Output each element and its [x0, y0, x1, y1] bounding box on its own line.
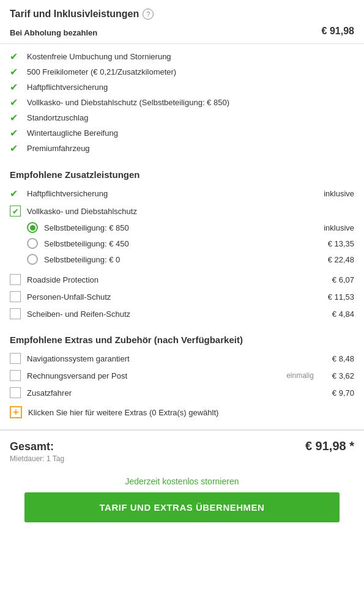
roadside-label: Roadside Protection [27, 275, 332, 284]
radio-850[interactable]: Selbstbeteiligung: € 850 inklusive [10, 220, 354, 235]
included-item: ✔Haftpflichtversicherung [10, 80, 354, 95]
check-icon: ✔ [10, 112, 21, 124]
included-list: ✔Kostenfreie Umbuchung und Stornierung✔5… [0, 44, 364, 163]
checkbox-personen[interactable]: Personen-Unfall-Schutz € 11,53 [10, 288, 354, 305]
checkbox-check-icon: ✔ [12, 207, 19, 216]
addon-haftpflicht: ✔ Haftpflichtversicherung inklusive [10, 185, 354, 202]
footer-section: Gesamt: € 91,98 * Mietdauer: 1 Tag [0, 429, 364, 468]
radio-0-price: € 22,48 [328, 255, 354, 264]
page-container: Tarif und Inklusivleistungen ? Bei Abhol… [0, 0, 364, 522]
extras-rechnung[interactable]: Rechnungsversand per Post einmalig € 3,6… [10, 367, 354, 384]
more-extras-row[interactable]: + Klicken Sie hier für weitere Extras (0… [0, 401, 364, 423]
zusatz-label: Zusatzfahrer [27, 388, 332, 398]
addon-vollkasko[interactable]: ✔ Vollkasko- und Diebstahlschutz [10, 202, 354, 220]
addon-haftpflicht-label: Haftpflichtversicherung [27, 189, 324, 198]
radio-850-price: inklusive [324, 223, 354, 232]
checkbox-roadside[interactable]: Roadside Protection € 6,07 [10, 271, 354, 288]
zusatz-price: € 9,70 [332, 388, 354, 398]
extras-navi[interactable]: Navigationssystem garantiert € 8,48 [10, 350, 354, 367]
check-icon-haftpflicht: ✔ [10, 188, 21, 199]
additional-services-section: ✔ Haftpflichtversicherung inklusive ✔ Vo… [0, 185, 364, 322]
total-price: € 91,98 * [305, 439, 354, 453]
addon-haftpflicht-price: inklusive [324, 189, 354, 198]
radio-850-label: Selbstbeteiligung: € 850 [44, 223, 324, 232]
rechnung-price: € 3,62 [332, 371, 354, 380]
question-icon[interactable]: ? [143, 9, 154, 20]
radio-0-button[interactable] [27, 254, 38, 265]
more-extras-label: Klicken Sie hier für weitere Extras (0 E… [28, 408, 218, 417]
rechnung-note: einmalig [286, 371, 314, 380]
zusatz-checkbox[interactable] [10, 387, 21, 398]
rental-duration: Mietdauer: 1 Tag [10, 454, 354, 463]
included-item: ✔Premiumfahrzeug [10, 141, 354, 156]
personen-price: € 11,53 [328, 292, 354, 302]
personen-checkbox[interactable] [10, 291, 21, 302]
check-icon: ✔ [10, 143, 21, 154]
extras-section: Navigationssystem garantiert € 8,48 Rech… [0, 350, 364, 401]
check-icon: ✔ [10, 51, 21, 62]
scheiben-price: € 4,84 [332, 309, 354, 319]
radio-0-label: Selbstbeteiligung: € 0 [44, 255, 328, 264]
radio-450[interactable]: Selbstbeteiligung: € 450 € 13,35 [10, 235, 354, 251]
personen-label: Personen-Unfall-Schutz [27, 292, 328, 302]
navi-price: € 8,48 [332, 354, 354, 363]
additional-section-title: Empfohlene Zusatzleistungen [0, 163, 364, 185]
total-row: Gesamt: € 91,98 * [10, 439, 354, 453]
included-item: ✔500 Freikilometer (€ 0,21/Zusatzkilomet… [10, 64, 354, 80]
addon-vollkasko-label: Vollkasko- und Diebstahlschutz [27, 207, 354, 216]
header-section: Tarif und Inklusivleistungen ? Bei Abhol… [0, 0, 364, 44]
check-icon: ✔ [10, 66, 21, 78]
included-item: ✔Wintertaugliche Bereifung [10, 125, 354, 141]
page-title: Tarif und Inklusivleistungen [10, 9, 139, 20]
confirm-button[interactable]: TARIF UND EXTRAS ÜBERNEHMEN [24, 492, 340, 522]
extras-zusatz[interactable]: Zusatzfahrer € 9,70 [10, 384, 354, 401]
scheiben-label: Scheiben- und Reifen-Schutz [27, 309, 332, 319]
check-icon: ✔ [10, 127, 21, 139]
scheiben-checkbox[interactable] [10, 308, 21, 319]
radio-450-label: Selbstbeteiligung: € 450 [44, 239, 328, 248]
pickup-price: € 91,98 [322, 26, 354, 37]
check-icon: ✔ [10, 81, 21, 93]
rechnung-checkbox[interactable] [10, 370, 21, 381]
check-icon: ✔ [10, 97, 21, 108]
radio-0[interactable]: Selbstbeteiligung: € 0 € 22,48 [10, 251, 354, 267]
navi-label: Navigationssystem garantiert [27, 354, 332, 363]
roadside-price: € 6,07 [332, 275, 354, 284]
radio-450-price: € 13,35 [328, 239, 354, 248]
cancel-link[interactable]: Jederzeit kostenlos stornieren [0, 468, 364, 492]
included-item: ✔Kostenfreie Umbuchung und Stornierung [10, 49, 354, 64]
radio-850-inner [30, 225, 35, 231]
radio-450-button[interactable] [27, 238, 38, 249]
total-label: Gesamt: [10, 440, 54, 453]
pickup-label: Bei Abholung bezahlen [10, 28, 97, 37]
included-item: ✔Standortzuschlag [10, 110, 354, 125]
navi-checkbox[interactable] [10, 353, 21, 364]
rechnung-label: Rechnungsversand per Post [27, 371, 286, 380]
roadside-checkbox[interactable] [10, 274, 21, 285]
checkbox-scheiben[interactable]: Scheiben- und Reifen-Schutz € 4,84 [10, 305, 354, 322]
radio-850-button[interactable] [27, 222, 38, 233]
vollkasko-checkbox[interactable]: ✔ [10, 206, 21, 217]
plus-icon: + [10, 406, 22, 418]
header-title-row: Tarif und Inklusivleistungen ? [10, 9, 354, 20]
extras-section-title: Empfohlene Extras und Zubehör (nach Verf… [0, 328, 364, 350]
included-item: ✔Vollkasko- und Diebstahlschutz (Selbstb… [10, 95, 354, 110]
pickup-row: Bei Abholung bezahlen € 91,98 [10, 24, 354, 37]
